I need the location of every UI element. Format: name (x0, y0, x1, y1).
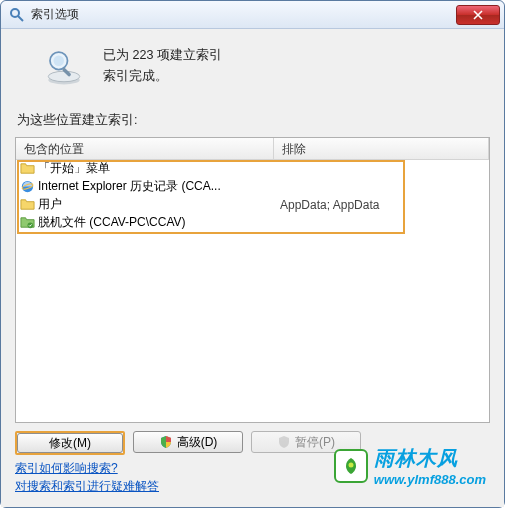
item-label: 脱机文件 (CCAV-PC\CCAV) (38, 214, 186, 231)
button-label: 高级(D) (177, 434, 218, 451)
list-item[interactable]: 「开始」菜单 (16, 160, 489, 178)
item-exclude: AppData; AppData (274, 198, 489, 212)
svg-point-10 (348, 463, 353, 468)
list-item[interactable]: 脱机文件 (CCAV-PC\CCAV) (16, 214, 489, 232)
item-label: Internet Explorer 历史记录 (CCA... (38, 178, 221, 195)
shield-icon (277, 435, 291, 449)
svg-point-3 (48, 72, 80, 83)
index-count-line: 已为 223 项建立索引 (103, 45, 222, 66)
header-included[interactable]: 包含的位置 (16, 138, 274, 159)
status-text: 已为 223 项建立索引 索引完成。 (103, 45, 222, 88)
list-item[interactable]: Internet Explorer 历史记录 (CCA... (16, 178, 489, 196)
watermark: 雨林木风 www.ylmf888.com (334, 445, 486, 487)
svg-point-5 (54, 56, 65, 67)
titlebar: 索引选项 (1, 1, 504, 29)
modify-button[interactable]: 修改(M) (17, 433, 123, 453)
locations-list: 包含的位置 排除 「开始」菜单 Internet Explorer 历史记录 (… (15, 137, 490, 424)
item-label: 「开始」菜单 (38, 160, 110, 177)
dialog-body: 已为 223 项建立索引 索引完成。 为这些位置建立索引: 包含的位置 排除 「… (1, 29, 504, 507)
shield-icon (159, 435, 173, 449)
button-label: 修改(M) (49, 435, 91, 452)
watermark-badge-icon (334, 449, 368, 483)
button-label: 暂停(P) (295, 434, 335, 451)
watermark-url: www.ylmf888.com (374, 472, 486, 487)
folder-icon (20, 161, 35, 176)
offline-files-icon (20, 215, 35, 230)
list-rows: 「开始」菜单 Internet Explorer 历史记录 (CCA... 用户 (16, 160, 489, 423)
magnifier-icon (43, 45, 85, 87)
app-icon (9, 7, 25, 23)
index-complete-line: 索引完成。 (103, 66, 222, 87)
column-headers: 包含的位置 排除 (16, 138, 489, 160)
close-button[interactable] (456, 5, 500, 25)
modify-highlight: 修改(M) (15, 431, 125, 455)
ie-icon (20, 179, 35, 194)
svg-point-0 (11, 9, 19, 17)
item-label: 用户 (38, 196, 62, 213)
window-title: 索引选项 (31, 6, 456, 23)
advanced-button[interactable]: 高级(D) (133, 431, 243, 453)
header-excluded[interactable]: 排除 (274, 138, 489, 159)
close-icon (473, 10, 483, 20)
list-item[interactable]: 用户 AppData; AppData (16, 196, 489, 214)
dialog-window: 索引选项 已为 223 项建立索引 索引完成。 为这些位置建立索引: (0, 0, 505, 508)
watermark-name: 雨林木风 (374, 445, 486, 472)
locations-label: 为这些位置建立索引: (17, 112, 490, 129)
folder-icon (20, 197, 35, 212)
status-row: 已为 223 项建立索引 索引完成。 (43, 45, 490, 88)
svg-line-1 (18, 16, 23, 21)
